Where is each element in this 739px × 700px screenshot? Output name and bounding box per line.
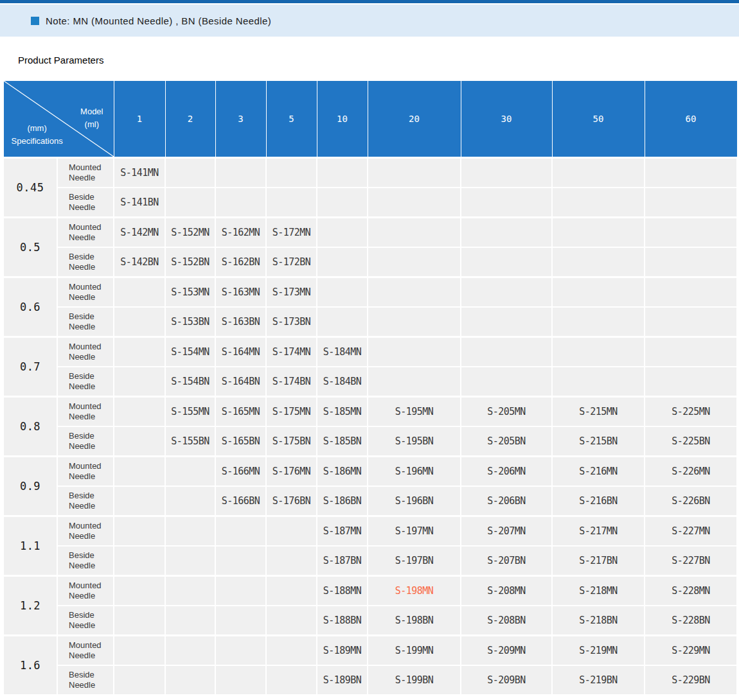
model-cell-S-215BN[interactable]: S-215BN <box>552 426 645 457</box>
model-cell-S-162BN[interactable]: S-162BN <box>215 247 266 277</box>
model-cell-S-185MN[interactable]: S-185MN <box>317 397 368 427</box>
model-cell-S-173MN[interactable]: S-173MN <box>266 277 317 308</box>
model-cell-S-153MN[interactable]: S-153MN <box>165 277 215 308</box>
model-cell-S-176MN[interactable]: S-176MN <box>266 457 317 487</box>
model-cell-S-218BN[interactable]: S-218BN <box>552 606 645 636</box>
model-cell-S-209BN[interactable]: S-209BN <box>461 665 552 695</box>
model-cell-S-186MN[interactable]: S-186MN <box>317 457 368 487</box>
model-cell-empty <box>317 307 368 337</box>
model-cell-S-216BN[interactable]: S-216BN <box>552 486 645 516</box>
model-cell-S-174MN[interactable]: S-174MN <box>266 337 317 367</box>
model-cell-S-166MN[interactable]: S-166MN <box>215 457 266 487</box>
model-cell-empty <box>552 277 645 308</box>
model-cell-S-141MN[interactable]: S-141MN <box>114 158 165 188</box>
model-cell-S-216MN[interactable]: S-216MN <box>552 457 645 487</box>
model-cell-S-205MN[interactable]: S-205MN <box>461 397 552 427</box>
beside-needle-label: Beside Needle <box>57 247 114 277</box>
model-cell-S-154BN[interactable]: S-154BN <box>165 367 215 397</box>
model-cell-S-207MN[interactable]: S-207MN <box>461 516 552 547</box>
model-cell-S-217BN[interactable]: S-217BN <box>552 546 645 576</box>
model-cell-S-208BN[interactable]: S-208BN <box>461 606 552 636</box>
model-cell-S-184MN[interactable]: S-184MN <box>317 337 368 367</box>
model-cell-S-229BN[interactable]: S-229BN <box>645 665 737 695</box>
spec-cell-0.5: 0.5 <box>3 218 57 277</box>
model-cell-S-196BN[interactable]: S-196BN <box>368 486 461 516</box>
table-row-0.6-beside: Beside NeedleS-153BNS-163BNS-173BN <box>3 307 737 337</box>
model-cell-S-219BN[interactable]: S-219BN <box>552 665 645 695</box>
model-cell-S-199MN[interactable]: S-199MN <box>368 636 461 666</box>
model-cell-S-162MN[interactable]: S-162MN <box>215 218 266 248</box>
model-cell-S-153BN[interactable]: S-153BN <box>165 307 215 337</box>
model-cell-S-142BN[interactable]: S-142BN <box>114 247 165 277</box>
model-cell-S-219MN[interactable]: S-219MN <box>552 636 645 666</box>
model-cell-S-166BN[interactable]: S-166BN <box>215 486 266 516</box>
model-cell-S-208MN[interactable]: S-208MN <box>461 576 552 606</box>
model-cell-S-188MN[interactable]: S-188MN <box>317 576 368 606</box>
model-cell-highlighted-S-198MN[interactable]: S-198MN <box>368 576 461 606</box>
model-cell-S-206MN[interactable]: S-206MN <box>461 457 552 487</box>
model-cell-empty <box>215 516 266 547</box>
model-cell-S-197BN[interactable]: S-197BN <box>368 546 461 576</box>
model-cell-S-205BN[interactable]: S-205BN <box>461 426 552 457</box>
model-cell-S-184BN[interactable]: S-184BN <box>317 367 368 397</box>
model-cell-S-176BN[interactable]: S-176BN <box>266 486 317 516</box>
model-cell-S-175MN[interactable]: S-175MN <box>266 397 317 427</box>
model-cell-S-195BN[interactable]: S-195BN <box>368 426 461 457</box>
model-cell-S-164MN[interactable]: S-164MN <box>215 337 266 367</box>
table-row-0.8-beside: Beside NeedleS-155BNS-165BNS-175BNS-185B… <box>3 426 737 457</box>
model-cell-S-155MN[interactable]: S-155MN <box>165 397 215 427</box>
model-cell-S-227MN[interactable]: S-227MN <box>645 516 737 547</box>
model-cell-S-172BN[interactable]: S-172BN <box>266 247 317 277</box>
model-cell-S-198BN[interactable]: S-198BN <box>368 606 461 636</box>
model-cell-S-152MN[interactable]: S-152MN <box>165 218 215 248</box>
model-cell-S-226MN[interactable]: S-226MN <box>645 457 737 487</box>
model-cell-S-163BN[interactable]: S-163BN <box>215 307 266 337</box>
model-cell-S-187MN[interactable]: S-187MN <box>317 516 368 547</box>
model-cell-S-206BN[interactable]: S-206BN <box>461 486 552 516</box>
model-cell-empty <box>645 367 737 397</box>
model-cell-S-228MN[interactable]: S-228MN <box>645 576 737 606</box>
model-cell-S-165MN[interactable]: S-165MN <box>215 397 266 427</box>
model-cell-S-189BN[interactable]: S-189BN <box>317 665 368 695</box>
model-cell-S-155BN[interactable]: S-155BN <box>165 426 215 457</box>
model-cell-S-185BN[interactable]: S-185BN <box>317 426 368 457</box>
model-cell-S-207BN[interactable]: S-207BN <box>461 546 552 576</box>
model-cell-S-165BN[interactable]: S-165BN <box>215 426 266 457</box>
model-cell-S-142MN[interactable]: S-142MN <box>114 218 165 248</box>
model-cell-S-172MN[interactable]: S-172MN <box>266 218 317 248</box>
model-cell-S-197MN[interactable]: S-197MN <box>368 516 461 547</box>
model-cell-empty <box>461 218 552 248</box>
model-cell-S-209MN[interactable]: S-209MN <box>461 636 552 666</box>
model-cell-S-163MN[interactable]: S-163MN <box>215 277 266 308</box>
model-cell-S-189MN[interactable]: S-189MN <box>317 636 368 666</box>
model-cell-empty <box>114 307 165 337</box>
model-cell-S-225BN[interactable]: S-225BN <box>645 426 737 457</box>
model-cell-S-228BN[interactable]: S-228BN <box>645 606 737 636</box>
model-cell-S-164BN[interactable]: S-164BN <box>215 367 266 397</box>
model-cell-S-173BN[interactable]: S-173BN <box>266 307 317 337</box>
model-cell-S-188BN[interactable]: S-188BN <box>317 606 368 636</box>
model-cell-empty <box>645 307 737 337</box>
model-cell-S-154MN[interactable]: S-154MN <box>165 337 215 367</box>
model-cell-S-199BN[interactable]: S-199BN <box>368 665 461 695</box>
column-header-60: 60 <box>645 81 737 158</box>
model-cell-S-174BN[interactable]: S-174BN <box>266 367 317 397</box>
model-cell-S-215MN[interactable]: S-215MN <box>552 397 645 427</box>
model-cell-S-217MN[interactable]: S-217MN <box>552 516 645 547</box>
model-cell-S-196MN[interactable]: S-196MN <box>368 457 461 487</box>
model-cell-S-226BN[interactable]: S-226BN <box>645 486 737 516</box>
column-header-1: 1 <box>114 81 165 158</box>
model-cell-S-141BN[interactable]: S-141BN <box>114 188 165 218</box>
model-cell-S-195MN[interactable]: S-195MN <box>368 397 461 427</box>
model-cell-S-227BN[interactable]: S-227BN <box>645 546 737 576</box>
model-cell-S-187BN[interactable]: S-187BN <box>317 546 368 576</box>
model-cell-S-152BN[interactable]: S-152BN <box>165 247 215 277</box>
model-cell-S-229MN[interactable]: S-229MN <box>645 636 737 666</box>
model-cell-S-186BN[interactable]: S-186BN <box>317 486 368 516</box>
model-cell-S-218MN[interactable]: S-218MN <box>552 576 645 606</box>
model-cell-empty <box>461 307 552 337</box>
model-cell-S-175BN[interactable]: S-175BN <box>266 426 317 457</box>
model-cell-empty <box>461 188 552 218</box>
model-cell-S-225MN[interactable]: S-225MN <box>645 397 737 427</box>
model-cell-empty <box>215 158 266 188</box>
